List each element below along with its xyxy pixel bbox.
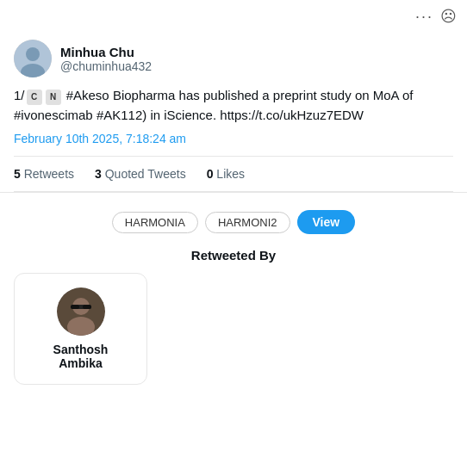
- badge-n: N: [46, 90, 61, 105]
- retweets-label: Retweets: [24, 167, 74, 181]
- quoted-label: Quoted Tweets: [105, 167, 186, 181]
- tag-harmonia[interactable]: HARMONIA: [112, 212, 198, 233]
- quoted-tweets-stat[interactable]: 3 Quoted Tweets: [95, 167, 186, 181]
- user-handle[interactable]: @chuminhua432: [60, 59, 152, 73]
- quoted-count: 3: [95, 167, 102, 181]
- tweet-prefix: 1/: [14, 88, 25, 102]
- user-info: Minhua Chu @chuminhua432: [60, 45, 152, 73]
- sentiment-icon[interactable]: ☹: [440, 7, 457, 26]
- tweet-body: 1/CN #Akeso Biopharma has published a pr…: [14, 86, 453, 125]
- tags-section: HARMONIA HARMONI2 View: [0, 193, 467, 248]
- avatar[interactable]: [14, 40, 52, 77]
- retweeter-avatar: [57, 287, 105, 336]
- badge-c: C: [27, 90, 42, 105]
- likes-stat[interactable]: 0 Likes: [207, 167, 245, 181]
- retweets-count: 5: [14, 167, 21, 181]
- more-options-icon[interactable]: ···: [415, 8, 433, 26]
- retweeted-by-section: Retweeted By Santhosh Ambika: [0, 248, 467, 399]
- retweeter-name: Santhosh Ambika: [35, 343, 126, 370]
- retweets-stat[interactable]: 5 Retweets: [14, 167, 74, 181]
- tweet-card: Minhua Chu @chuminhua432 1/CN #Akeso Bio…: [0, 29, 467, 193]
- user-name[interactable]: Minhua Chu: [60, 45, 152, 59]
- user-row: Minhua Chu @chuminhua432: [14, 40, 453, 77]
- svg-rect-7: [83, 305, 91, 309]
- stats-row: 5 Retweets 3 Quoted Tweets 0 Likes: [14, 156, 453, 192]
- top-bar: ··· ☹: [0, 0, 467, 29]
- tweet-date: February 10th 2025, 7:18:24 am: [14, 132, 453, 145]
- likes-label: Likes: [216, 167, 245, 181]
- tag-harmoni2[interactable]: HARMONI2: [205, 212, 290, 233]
- svg-point-1: [26, 47, 40, 61]
- tweet-text: #Akeso Biopharma has published a preprin…: [14, 88, 413, 122]
- svg-rect-6: [71, 305, 79, 309]
- retweeter-card[interactable]: Santhosh Ambika: [14, 273, 147, 385]
- retweeted-by-label: Retweeted By: [14, 248, 453, 263]
- view-button[interactable]: View: [297, 210, 356, 234]
- likes-count: 0: [207, 167, 214, 181]
